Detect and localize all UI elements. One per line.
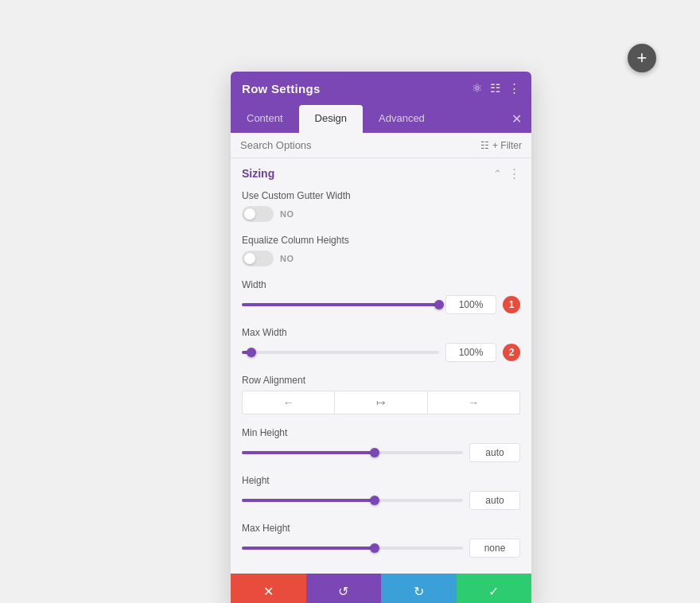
panel-footer: ✕ ↺ ↻ ✓	[231, 574, 531, 603]
tab-advanced[interactable]: Advanced	[363, 105, 441, 133]
slider-fill-height	[242, 499, 375, 502]
columns-icon[interactable]: ☷	[490, 81, 500, 95]
slider-thumb-max-width[interactable]	[247, 348, 256, 357]
toggle-equalize[interactable]	[242, 251, 274, 266]
collapse-icon[interactable]: ⌃	[493, 168, 502, 180]
search-input[interactable]	[240, 139, 474, 151]
plus-icon: +	[637, 48, 648, 68]
settings-icon[interactable]: ⚛	[472, 81, 482, 95]
close-panel-button[interactable]: ✕	[502, 105, 531, 133]
badge-max-width: 2	[503, 344, 520, 361]
add-button[interactable]: +	[628, 44, 656, 72]
label-equalize-column-heights: Equalize Column Heights	[242, 235, 520, 246]
tabs-row: Content Design Advanced ✕	[231, 105, 531, 133]
redo-button[interactable]: ↻	[381, 574, 457, 603]
filter-icon: ☷	[480, 140, 489, 151]
tabs: Content Design Advanced	[231, 105, 441, 133]
save-icon: ✓	[488, 584, 499, 599]
search-bar: ☷ + Filter	[231, 133, 531, 158]
tab-design[interactable]: Design	[299, 105, 363, 133]
slider-track-max-height[interactable]	[242, 547, 463, 550]
section-controls: ⌃ ⋮	[493, 166, 520, 181]
slider-row-height: auto	[242, 491, 520, 510]
slider-row-width: 100% 1	[242, 295, 520, 314]
cancel-button[interactable]: ✕	[231, 574, 306, 603]
align-left-button[interactable]: ←	[242, 391, 335, 414]
slider-fill-width	[242, 303, 439, 306]
setting-max-height: Max Height none	[231, 518, 531, 566]
setting-max-width: Max Width 100% 2	[231, 322, 531, 370]
align-right-button[interactable]: →	[428, 391, 520, 414]
setting-width: Width 100% 1	[231, 274, 531, 322]
more-icon[interactable]: ⋮	[508, 81, 520, 95]
toggle-row-custom-gutter: NO	[242, 206, 520, 222]
badge-width: 1	[503, 296, 520, 313]
row-settings-panel: Row Settings ⚛ ☷ ⋮ Content Design Advanc…	[231, 72, 531, 603]
label-row-alignment: Row Alignment	[242, 375, 520, 386]
slider-value-height[interactable]: auto	[469, 491, 520, 510]
slider-thumb-height[interactable]	[370, 496, 379, 505]
toggle-label-equalize: NO	[280, 254, 294, 263]
slider-value-max-height[interactable]: none	[469, 539, 520, 558]
toggle-knob-equalize	[244, 253, 255, 264]
setting-equalize-column-heights: Equalize Column Heights NO	[231, 230, 531, 274]
panel-header-icons: ⚛ ☷ ⋮	[472, 81, 520, 95]
filter-button[interactable]: ☷ + Filter	[480, 140, 522, 151]
slider-track-max-width[interactable]	[242, 351, 439, 354]
slider-value-width[interactable]: 100%	[445, 295, 496, 314]
slider-thumb-min-height[interactable]	[370, 448, 379, 457]
slider-track-height[interactable]	[242, 499, 463, 502]
label-max-height: Max Height	[242, 523, 520, 534]
undo-button[interactable]: ↺	[306, 574, 382, 603]
slider-row-min-height: auto	[242, 443, 520, 462]
slider-thumb-width[interactable]	[434, 300, 444, 309]
toggle-knob	[244, 208, 255, 220]
toggle-label-custom-gutter: NO	[280, 209, 294, 219]
panel-body: Sizing ⌃ ⋮ Use Custom Gutter Width NO Eq…	[231, 158, 531, 574]
setting-min-height: Min Height auto	[231, 422, 531, 470]
alignment-group: ← ↦ →	[242, 391, 520, 414]
setting-height: Height auto	[231, 470, 531, 518]
slider-value-max-width[interactable]: 100%	[445, 343, 496, 362]
label-max-width: Max Width	[242, 327, 520, 338]
slider-value-min-height[interactable]: auto	[469, 443, 520, 462]
label-use-custom-gutter: Use Custom Gutter Width	[242, 190, 520, 201]
undo-icon: ↺	[338, 584, 348, 599]
setting-use-custom-gutter: Use Custom Gutter Width NO	[231, 185, 531, 230]
slider-track-width[interactable]	[242, 303, 439, 306]
slider-thumb-max-height[interactable]	[370, 543, 379, 553]
slider-row-max-width: 100% 2	[242, 343, 520, 362]
slider-track-min-height[interactable]	[242, 451, 463, 454]
slider-fill-min-height	[242, 451, 375, 454]
tab-content[interactable]: Content	[231, 105, 299, 133]
panel-header: Row Settings ⚛ ☷ ⋮	[231, 72, 531, 105]
align-center-button[interactable]: ↦	[335, 391, 427, 414]
slider-fill-max-height	[242, 547, 375, 550]
redo-icon: ↻	[414, 584, 424, 599]
label-min-height: Min Height	[242, 427, 520, 438]
label-height: Height	[242, 475, 520, 486]
section-title-sizing: Sizing	[242, 167, 274, 180]
section-header-sizing: Sizing ⌃ ⋮	[231, 158, 531, 185]
panel-title: Row Settings	[242, 82, 321, 95]
label-width: Width	[242, 279, 520, 290]
section-more-icon[interactable]: ⋮	[508, 166, 520, 181]
save-button[interactable]: ✓	[457, 574, 532, 603]
toggle-custom-gutter[interactable]	[242, 206, 274, 222]
cancel-icon: ✕	[263, 584, 274, 599]
slider-row-max-height: none	[242, 539, 520, 558]
toggle-row-equalize: NO	[242, 251, 520, 266]
filter-label: + Filter	[492, 140, 522, 151]
setting-row-alignment: Row Alignment ← ↦ →	[231, 370, 531, 422]
